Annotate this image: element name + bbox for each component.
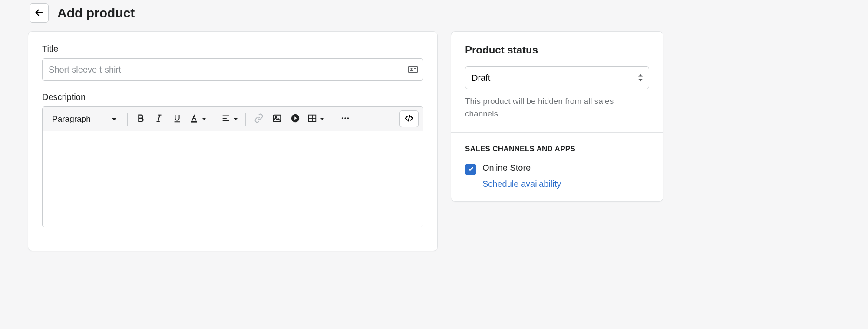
schedule-availability-link[interactable]: Schedule availability — [482, 179, 561, 189]
contact-card-icon — [408, 64, 418, 75]
channel-label: Online Store — [482, 163, 561, 173]
product-status-select[interactable]: Draft — [465, 66, 649, 89]
back-button[interactable] — [30, 3, 49, 23]
text-color-icon — [189, 113, 199, 125]
table-icon — [307, 113, 317, 125]
product-status-card: Product status Draft This product will b… — [451, 31, 663, 202]
italic-icon — [154, 113, 164, 125]
toolbar-separator — [214, 113, 214, 126]
svg-point-20 — [341, 117, 343, 119]
rte-link-button[interactable] — [251, 111, 267, 127]
chevron-down-icon — [231, 115, 238, 123]
title-input[interactable] — [42, 58, 423, 81]
rich-text-editor: Paragraph — [42, 106, 423, 227]
page-title: Add product — [57, 6, 135, 20]
rte-align-button[interactable] — [219, 113, 240, 125]
chevron-down-icon — [110, 114, 117, 124]
rte-italic-button[interactable] — [151, 111, 167, 127]
page-header: Add product — [14, 0, 663, 31]
rte-content-area[interactable] — [43, 131, 423, 227]
card-divider — [451, 132, 663, 133]
video-play-icon — [290, 113, 300, 125]
sales-channels-heading: SALES CHANNELS AND APPS — [465, 145, 649, 153]
description-label: Description — [42, 92, 423, 102]
product-status-heading: Product status — [465, 44, 649, 56]
chevron-down-icon — [200, 115, 207, 123]
svg-line-7 — [158, 115, 160, 121]
rte-text-color-button[interactable] — [188, 113, 208, 125]
check-icon — [467, 165, 474, 174]
arrow-left-icon — [34, 8, 44, 19]
channel-row: Online Store Schedule availability — [465, 163, 649, 189]
image-icon — [272, 113, 282, 125]
svg-point-22 — [347, 117, 349, 119]
product-info-card: Title Description Paragraph — [28, 31, 438, 251]
svg-line-23 — [408, 116, 410, 121]
link-icon — [254, 113, 264, 125]
toolbar-separator — [245, 113, 246, 126]
rte-table-button[interactable] — [306, 113, 327, 125]
title-label: Title — [42, 44, 423, 54]
rte-toolbar: Paragraph — [43, 107, 423, 131]
dots-horizontal-icon — [340, 113, 350, 125]
toolbar-separator — [332, 113, 332, 126]
title-field-group: Title — [42, 44, 423, 81]
rte-underline-button[interactable] — [169, 111, 185, 127]
align-left-icon — [221, 113, 231, 125]
svg-point-21 — [344, 117, 346, 119]
rte-image-button[interactable] — [269, 111, 285, 127]
rte-video-button[interactable] — [287, 111, 303, 127]
description-field-group: Description Paragraph — [42, 92, 423, 227]
code-icon — [404, 113, 414, 124]
svg-point-2 — [411, 68, 413, 70]
rte-format-label: Paragraph — [52, 114, 91, 124]
rte-format-select[interactable]: Paragraph — [47, 112, 122, 126]
rte-bold-button[interactable] — [133, 111, 149, 127]
rte-more-button[interactable] — [337, 111, 353, 127]
rte-html-button[interactable] — [399, 110, 419, 127]
underline-icon — [172, 113, 182, 125]
status-help-text: This product will be hidden from all sal… — [465, 95, 649, 120]
chevron-down-icon — [318, 115, 325, 123]
toolbar-separator — [127, 113, 128, 126]
bold-icon — [136, 113, 145, 125]
channel-checkbox[interactable] — [465, 164, 476, 175]
